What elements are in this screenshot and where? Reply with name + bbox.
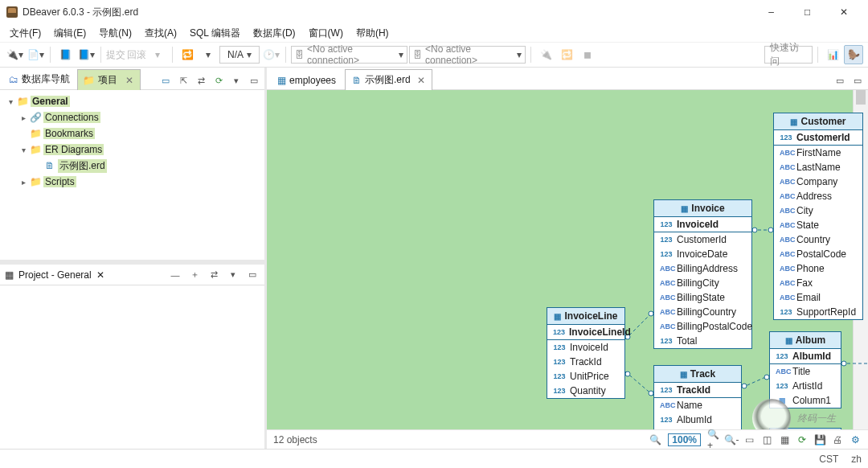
menu-edit[interactable]: 编辑(E) bbox=[49, 25, 91, 42]
column[interactable]: 123InvoiceId bbox=[547, 340, 624, 355]
zoom-out-icon[interactable]: 🔍- bbox=[725, 433, 738, 446]
column[interactable]: 123TrackId bbox=[547, 355, 624, 369]
quick-access-input[interactable]: 快速访问 bbox=[764, 46, 813, 64]
menu-sql-editor[interactable]: SQL 编辑器 bbox=[185, 25, 245, 42]
tab-db-navigator[interactable]: 🗂 数据库导航 bbox=[3, 68, 77, 89]
column[interactable]: 123MediaTypeId bbox=[654, 427, 741, 429]
project-panel-close-icon[interactable]: ✕ bbox=[96, 269, 104, 281]
tree-connections[interactable]: ▸ 🔗 Connections bbox=[0, 109, 264, 125]
menu-help[interactable]: 帮助(H) bbox=[351, 25, 394, 42]
view-menu-icon[interactable]: ▾ bbox=[229, 73, 244, 88]
search-icon[interactable]: 🔍 bbox=[649, 433, 661, 446]
tab-employees[interactable]: ▦ employees bbox=[270, 71, 343, 89]
column[interactable]: ABCLastName bbox=[774, 160, 862, 174]
new-project-icon[interactable]: ▭ bbox=[158, 73, 173, 88]
sql-editor-dropdown-icon[interactable]: 📘▾ bbox=[76, 45, 96, 64]
menu-navigate[interactable]: 导航(N) bbox=[94, 25, 137, 42]
expand-icon[interactable]: ▾ bbox=[18, 146, 29, 154]
fit-icon[interactable]: ▭ bbox=[743, 433, 755, 446]
menu-database[interactable]: 数据库(D) bbox=[248, 25, 301, 42]
pk-column[interactable]: 123InvoiceLineId bbox=[547, 325, 624, 339]
link-editor-icon[interactable]: ⇄ bbox=[194, 73, 208, 88]
refresh-diagram-icon[interactable]: ⟳ bbox=[796, 433, 809, 446]
column[interactable]: ABCTitle bbox=[770, 364, 841, 379]
column[interactable]: ABCState bbox=[774, 218, 862, 232]
new-connection-icon[interactable]: 🔌▾ bbox=[5, 45, 24, 64]
erd-canvas[interactable]: ▦Customer123CustomerIdABCFirstNameABCLas… bbox=[267, 90, 868, 429]
column[interactable]: ABCFirstName bbox=[774, 146, 862, 160]
tab-erd-close-icon[interactable]: ✕ bbox=[417, 75, 425, 86]
tree-scripts[interactable]: ▸ 📁 Scripts bbox=[0, 174, 264, 190]
column[interactable]: ▦Column1 bbox=[770, 393, 841, 408]
new-sql-script-icon[interactable]: 📄▾ bbox=[26, 45, 45, 64]
column[interactable]: ABCBillingPostalCode bbox=[654, 319, 751, 334]
print-icon[interactable]: 🖨 bbox=[831, 433, 844, 446]
menu-file[interactable]: 文件(F) bbox=[5, 25, 46, 42]
column[interactable]: 123Total bbox=[654, 334, 751, 348]
table-track[interactable]: ▦Track123TrackIdABCName123AlbumId123Medi… bbox=[653, 365, 742, 429]
panel-restore-icon[interactable]: ▭ bbox=[245, 268, 260, 282]
export-icon[interactable]: 💾 bbox=[813, 433, 826, 446]
table-invoiceline[interactable]: ▦InvoiceLine123InvoiceLineId123InvoiceId… bbox=[547, 307, 625, 399]
pk-column[interactable]: 123TrackId bbox=[654, 383, 741, 397]
expand-icon[interactable]: ▸ bbox=[18, 178, 29, 187]
layout-icon[interactable]: ◫ bbox=[760, 433, 773, 446]
maximize-editor-icon[interactable]: ▭ bbox=[833, 73, 847, 88]
column[interactable]: 123UnitPrice bbox=[547, 369, 624, 384]
column[interactable]: ABCBillingCountry bbox=[654, 305, 751, 319]
table-customer[interactable]: ▦Customer123CustomerIdABCFirstNameABCLas… bbox=[773, 113, 863, 320]
connection-combo-2[interactable]: 🗄<No active connection>▾ bbox=[409, 46, 526, 64]
close-button[interactable]: ✕ bbox=[825, 0, 862, 24]
column[interactable]: 123InvoiceDate bbox=[654, 247, 751, 261]
menu-find[interactable]: 查找(A) bbox=[140, 25, 182, 42]
tab-erd[interactable]: 🗎 示例图.erd ✕ bbox=[345, 69, 432, 90]
zoom-in-icon[interactable]: 🔍+ bbox=[707, 433, 720, 446]
pk-column[interactable]: 123AlbumId bbox=[770, 349, 841, 363]
refresh-icon[interactable]: ⟳ bbox=[211, 73, 226, 88]
perspective-dbeaver-icon[interactable]: 📊 bbox=[823, 45, 842, 64]
transaction-dropdown-icon[interactable]: ▾ bbox=[199, 45, 218, 64]
panel-plus-icon[interactable]: ＋ bbox=[187, 268, 202, 282]
tree-erdiagrams[interactable]: ▾ 📁 ER Diagrams bbox=[0, 142, 264, 158]
tree-erd-file[interactable]: 🗎 示例图.erd bbox=[0, 158, 264, 174]
pk-column[interactable]: 123CustomerId bbox=[774, 130, 862, 145]
connection-combo-1[interactable]: 🗄<No active connection>▾ bbox=[291, 46, 407, 64]
grid-icon[interactable]: ▦ bbox=[778, 433, 791, 446]
column[interactable]: 123Quantity bbox=[547, 384, 624, 398]
minimize-editor-icon[interactable]: ▭ bbox=[850, 73, 865, 88]
minimize-button[interactable]: – bbox=[753, 0, 789, 24]
table-album[interactable]: ▦Album123AlbumIdABCTitle123ArtistId▦Colu… bbox=[769, 331, 841, 408]
collapse-icon[interactable]: ⇱ bbox=[176, 73, 190, 88]
column[interactable]: ABCAddress bbox=[774, 189, 862, 203]
isolation-combo[interactable]: N/A▾ bbox=[219, 46, 260, 64]
column[interactable]: ABCEmail bbox=[774, 290, 862, 305]
perspective-beaver-icon[interactable]: 🦫 bbox=[844, 45, 863, 64]
column[interactable]: ABCCompany bbox=[774, 174, 862, 189]
panel-link-icon[interactable]: ⇄ bbox=[207, 268, 221, 282]
column[interactable]: 123SupportRepId bbox=[774, 305, 862, 319]
expand-icon[interactable]: ▸ bbox=[18, 113, 29, 122]
settings-icon[interactable]: ⚙ bbox=[849, 433, 862, 446]
expand-icon[interactable]: ▾ bbox=[5, 97, 16, 106]
zoom-level[interactable]: 100% bbox=[668, 433, 701, 446]
tree-general[interactable]: ▾ 📁 General bbox=[0, 93, 264, 109]
table-genre[interactable]: ▦Genre123GenreId bbox=[769, 428, 841, 429]
panel-menu-icon[interactable]: ▾ bbox=[226, 268, 240, 282]
column[interactable]: ABCFax bbox=[774, 276, 862, 290]
column[interactable]: ABCBillingState bbox=[654, 290, 751, 305]
column[interactable]: ABCBillingAddress bbox=[654, 261, 751, 276]
tab-projects[interactable]: 📁 项目 ✕ bbox=[77, 69, 141, 90]
column[interactable]: ABCName bbox=[654, 398, 741, 413]
table-invoice[interactable]: ▦Invoice123InvoiceId123CustomerId123Invo… bbox=[653, 199, 752, 349]
minimize-view-icon[interactable]: ▭ bbox=[247, 73, 261, 88]
tree-bookmarks[interactable]: 📁 Bookmarks bbox=[0, 125, 264, 142]
project-tree[interactable]: ▾ 📁 General ▸ 🔗 Connections 📁 Bookmarks … bbox=[0, 90, 264, 260]
transaction-mode-icon[interactable]: 🔁 bbox=[178, 45, 197, 64]
column[interactable]: ABCBillingCity bbox=[654, 276, 751, 290]
column[interactable]: ABCCity bbox=[774, 203, 862, 218]
sql-editor-icon[interactable]: 📘 bbox=[55, 45, 75, 64]
column[interactable]: ABCCountry bbox=[774, 232, 862, 247]
menu-window[interactable]: 窗口(W) bbox=[304, 25, 348, 42]
tab-close-icon[interactable]: ✕ bbox=[125, 75, 133, 86]
maximize-button[interactable]: □ bbox=[789, 0, 825, 24]
